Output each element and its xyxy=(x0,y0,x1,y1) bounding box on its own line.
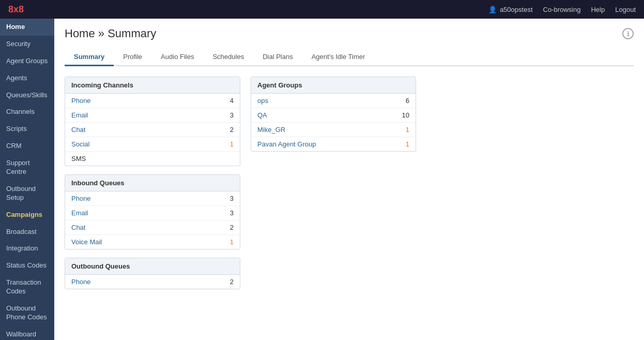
channel-social-link[interactable]: Social xyxy=(71,140,89,148)
channel-social-value: 1 xyxy=(230,140,234,148)
app-logo: 8x8 xyxy=(8,4,24,15)
channel-email-value: 3 xyxy=(230,111,234,119)
table-row: ops 6 xyxy=(251,94,416,108)
tab-agents-idle-timer[interactable]: Agent's Idle Timer xyxy=(302,49,375,66)
table-row: Email 3 xyxy=(65,108,240,123)
queue-phone-link[interactable]: Phone xyxy=(71,195,91,202)
username-label: a50opstest xyxy=(500,6,533,13)
inbound-queues-header: Inbound Queues xyxy=(65,175,240,191)
user-icon: 👤 xyxy=(488,6,497,13)
agent-group-ops-value: 6 xyxy=(406,97,409,105)
inbound-queues-table: Inbound Queues Phone 3 Email 3 Chat 2 V xyxy=(65,174,240,249)
sidebar-item-agents[interactable]: Agents xyxy=(0,70,54,87)
topbar-user: 👤 a50opstest xyxy=(488,6,533,13)
sidebar-item-queues-skills[interactable]: Queues/Skills xyxy=(0,87,54,104)
right-column: Agent Groups ops 6 QA 10 Mike_GR 1 Pava xyxy=(251,77,416,289)
incoming-channels-table: Incoming Channels Phone 4 Email 3 Chat 2 xyxy=(65,77,240,166)
agent-group-pavan-value: 1 xyxy=(406,140,409,148)
agent-group-pavan-link[interactable]: Pavan Agent Group xyxy=(257,140,316,148)
sidebar-item-agent-groups[interactable]: Agent Groups xyxy=(0,53,54,70)
queue-chat-link[interactable]: Chat xyxy=(71,224,85,231)
queue-voicemail-value: 1 xyxy=(230,238,234,246)
sidebar-item-support-centre[interactable]: Support Centre xyxy=(0,155,54,181)
sidebar: Home Security Agent Groups Agents Queues… xyxy=(0,19,54,340)
table-row: Mike_GR 1 xyxy=(251,123,416,137)
agent-group-qa-value: 10 xyxy=(402,111,409,119)
topbar-right: 👤 a50opstest Co-browsing Help Logout xyxy=(488,6,636,13)
tables-layout: Incoming Channels Phone 4 Email 3 Chat 2 xyxy=(65,77,634,289)
agent-group-ops-link[interactable]: ops xyxy=(257,97,268,105)
sidebar-item-channels[interactable]: Channels xyxy=(0,104,54,121)
sidebar-item-outbound-phone-codes[interactable]: Outbound Phone Codes xyxy=(0,300,54,326)
sidebar-item-wallboard[interactable]: Wallboard xyxy=(0,326,54,340)
sidebar-item-crm[interactable]: CRM xyxy=(0,138,54,155)
main-layout: Home Security Agent Groups Agents Queues… xyxy=(0,19,644,340)
outbound-queues-table: Outbound Queues Phone 2 xyxy=(65,258,240,289)
tabs-bar: Summary Profile Audio Files Schedules Di… xyxy=(65,49,634,66)
info-icon[interactable]: ℹ xyxy=(622,28,634,39)
table-row: Voice Mail 1 xyxy=(65,235,240,249)
sidebar-item-security[interactable]: Security xyxy=(0,36,54,53)
table-row: Chat 2 xyxy=(65,123,240,137)
queue-email-value: 3 xyxy=(230,209,234,217)
tab-profile[interactable]: Profile xyxy=(114,49,151,66)
outbound-phone-value: 2 xyxy=(230,278,234,286)
sidebar-item-status-codes[interactable]: Status Codes xyxy=(0,257,54,274)
sidebar-item-outbound-setup[interactable]: Outbound Setup xyxy=(0,181,54,206)
channel-email-link[interactable]: Email xyxy=(71,111,88,119)
table-row: QA 10 xyxy=(251,108,416,123)
queue-chat-value: 2 xyxy=(230,224,234,231)
content-area: Home » Summary ℹ Summary Profile Audio F… xyxy=(54,19,644,340)
outbound-queues-header: Outbound Queues xyxy=(65,258,240,275)
table-row: Pavan Agent Group 1 xyxy=(251,137,416,151)
logout-link[interactable]: Logout xyxy=(615,6,636,13)
page-title: Home » Summary xyxy=(65,27,156,40)
topbar: 8x8 👤 a50opstest Co-browsing Help Logout xyxy=(0,0,644,19)
page-header: Home » Summary ℹ xyxy=(65,27,634,40)
agent-group-mikegr-value: 1 xyxy=(406,126,409,134)
channel-chat-link[interactable]: Chat xyxy=(71,126,85,134)
tab-audio-files[interactable]: Audio Files xyxy=(151,49,203,66)
channel-phone-value: 4 xyxy=(230,97,234,105)
queue-voicemail-link[interactable]: Voice Mail xyxy=(71,238,102,246)
sidebar-item-scripts[interactable]: Scripts xyxy=(0,121,54,138)
incoming-channels-header: Incoming Channels xyxy=(65,77,240,94)
table-row: SMS xyxy=(65,152,240,166)
queue-phone-value: 3 xyxy=(230,195,234,202)
agent-groups-table: Agent Groups ops 6 QA 10 Mike_GR 1 Pava xyxy=(251,77,416,152)
outbound-phone-link[interactable]: Phone xyxy=(71,278,91,286)
sidebar-item-integration[interactable]: Integration xyxy=(0,240,54,257)
table-row: Phone 4 xyxy=(65,94,240,108)
cobrowsing-link[interactable]: Co-browsing xyxy=(543,6,581,13)
table-row: Phone 3 xyxy=(65,191,240,206)
channel-sms-link[interactable]: SMS xyxy=(71,155,86,162)
sidebar-item-campaigns[interactable]: Campaigns xyxy=(0,206,54,224)
table-row: Email 3 xyxy=(65,206,240,220)
sidebar-item-broadcast[interactable]: Broadcast xyxy=(0,224,54,241)
tab-summary[interactable]: Summary xyxy=(65,49,114,66)
table-row: Social 1 xyxy=(65,137,240,152)
table-row: Phone 2 xyxy=(65,275,240,289)
agent-group-qa-link[interactable]: QA xyxy=(257,111,267,119)
agent-groups-header: Agent Groups xyxy=(251,77,416,94)
help-link[interactable]: Help xyxy=(591,6,605,13)
table-row: Chat 2 xyxy=(65,220,240,235)
channel-chat-value: 2 xyxy=(230,126,234,134)
sidebar-item-home[interactable]: Home xyxy=(0,19,54,36)
queue-email-link[interactable]: Email xyxy=(71,209,88,217)
left-column: Incoming Channels Phone 4 Email 3 Chat 2 xyxy=(65,77,240,289)
sidebar-item-transaction-codes[interactable]: Transaction Codes xyxy=(0,274,54,300)
tab-dial-plans[interactable]: Dial Plans xyxy=(253,49,302,66)
channel-phone-link[interactable]: Phone xyxy=(71,97,91,105)
agent-group-mikegr-link[interactable]: Mike_GR xyxy=(257,126,285,134)
tab-schedules[interactable]: Schedules xyxy=(203,49,253,66)
